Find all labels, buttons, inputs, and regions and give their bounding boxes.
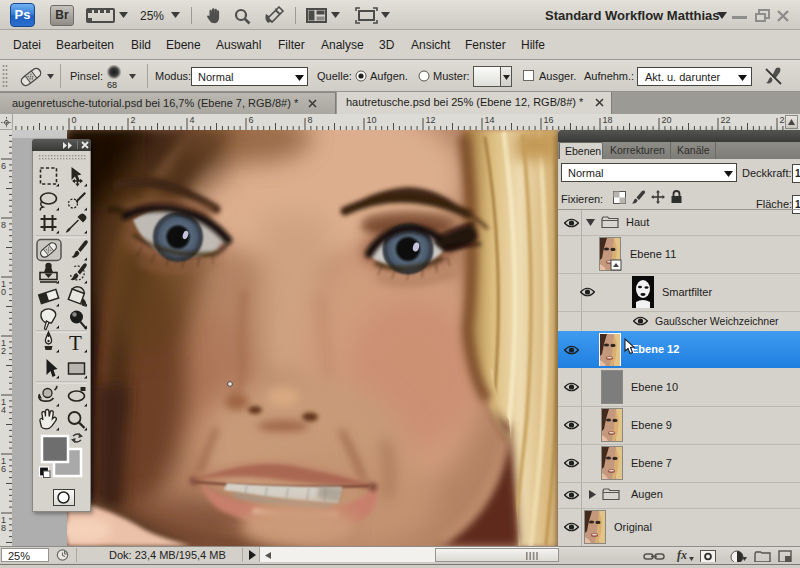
- svg-text:6: 6: [1, 464, 6, 474]
- svg-text:14: 14: [485, 115, 495, 125]
- svg-text:0: 0: [1, 287, 6, 297]
- svg-text:4: 4: [1, 405, 6, 415]
- svg-text:T: T: [69, 331, 82, 355]
- svg-text:20: 20: [662, 115, 672, 125]
- svg-text:0: 0: [72, 115, 77, 125]
- svg-text:8: 8: [1, 523, 6, 533]
- svg-text:4: 4: [190, 115, 195, 125]
- svg-text:6: 6: [249, 115, 254, 125]
- svg-text:2: 2: [131, 115, 136, 125]
- svg-text:6: 6: [1, 161, 6, 171]
- svg-text:10: 10: [367, 115, 377, 125]
- svg-text:8: 8: [308, 115, 313, 125]
- svg-text:2: 2: [1, 346, 6, 356]
- svg-text:16: 16: [544, 115, 554, 125]
- svg-text:12: 12: [426, 115, 436, 125]
- svg-text:18: 18: [603, 115, 613, 125]
- svg-text:8: 8: [1, 220, 6, 230]
- svg-text:22: 22: [721, 115, 731, 125]
